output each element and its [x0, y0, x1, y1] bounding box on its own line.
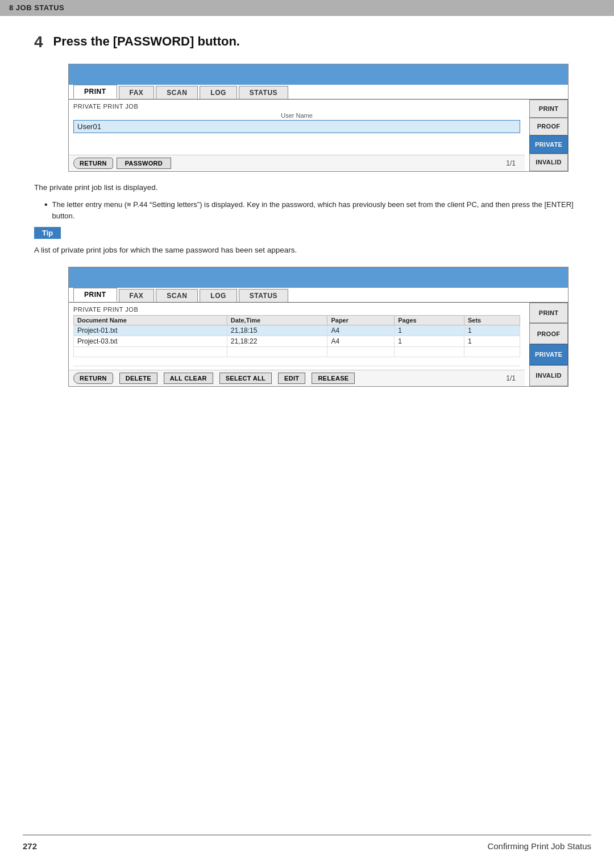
col-paper: Paper [327, 315, 395, 325]
private-print-label-2: PRIVATE PRINT JOB [73, 306, 520, 313]
footer-title: Confirming Print Job Status [487, 841, 591, 851]
side-btn-proof-1[interactable]: PROOF [529, 118, 568, 136]
step-number: 4 [34, 34, 43, 50]
tab-fax-2[interactable]: FAX [119, 289, 155, 302]
bullet-item-1: • The letter entry menu (≡ P.44 “Setting… [44, 199, 580, 221]
document-table: Document Name Date,Time Paper Pages Sets… [73, 315, 520, 357]
tab-print-2[interactable]: PRINT [73, 288, 117, 302]
page-footer: 272 Confirming Print Job Status [23, 834, 591, 851]
edit-button[interactable]: EDIT [278, 373, 305, 384]
panel1-main: PRIVATE PRINT JOB User Name User01 RETUR… [69, 100, 525, 171]
page-count-1: 1/1 [506, 159, 516, 167]
return-button-1[interactable]: RETURN [73, 158, 113, 169]
step-title: Press the [PASSWORD] button. [53, 34, 240, 49]
user-name-label: User Name [73, 112, 520, 119]
all-clear-button[interactable]: ALL CLEAR [164, 373, 213, 384]
side-btn-proof-2[interactable]: PROOF [529, 323, 568, 344]
side-btn-print-2[interactable]: PRINT [529, 303, 568, 324]
col-pages: Pages [395, 315, 464, 325]
tab-log-2[interactable]: LOG [200, 289, 237, 302]
panel1: PRINT FAX SCAN LOG STATUS PRIVATE PRINT … [68, 64, 569, 172]
panel1-content: PRIVATE PRINT JOB User Name User01 RETUR… [69, 100, 568, 171]
header-bar: 8 JOB STATUS [0, 0, 614, 15]
tab-log-1[interactable]: LOG [200, 86, 237, 99]
panel2-body: PRIVATE PRINT JOB Document Name Date,Tim… [69, 303, 525, 370]
tab-fax-1[interactable]: FAX [119, 86, 155, 99]
table-row[interactable]: Project-03.txt21,18:22A411 [74, 336, 520, 346]
panel2-tab-bar: PRINT FAX SCAN LOG STATUS [69, 288, 568, 303]
tab-print-1[interactable]: PRINT [73, 85, 117, 99]
side-btn-invalid-1[interactable]: INVALID [529, 154, 568, 172]
panel1-tab-bar: PRINT FAX SCAN LOG STATUS [69, 85, 568, 100]
release-button[interactable]: RELEASE [312, 373, 355, 384]
panel1-header [69, 64, 568, 85]
tab-status-2[interactable]: STATUS [239, 289, 288, 302]
col-sets: Sets [464, 315, 520, 325]
bullet-text-1: The letter entry menu (≡ P.44 “Setting l… [52, 199, 580, 221]
tab-status-1[interactable]: STATUS [239, 86, 288, 99]
user-input-1[interactable]: User01 [73, 120, 520, 133]
panel1-bottom: RETURN PASSWORD 1/1 [69, 155, 525, 171]
panel2-content: PRIVATE PRINT JOB Document Name Date,Tim… [69, 303, 568, 386]
panel2: PRINT FAX SCAN LOG STATUS PRIVATE PRINT … [68, 267, 569, 387]
tab-scan-1[interactable]: SCAN [156, 86, 198, 99]
private-print-label-1: PRIVATE PRINT JOB [73, 103, 520, 110]
side-btn-private-2[interactable]: PRIVATE [529, 344, 568, 365]
side-btn-invalid-2[interactable]: INVALID [529, 365, 568, 386]
panel1-side-buttons: PRINT PROOF PRIVATE INVALID [529, 100, 568, 171]
side-btn-private-1[interactable]: PRIVATE [529, 135, 568, 154]
tip-text: A list of private print jobs for which t… [34, 245, 580, 256]
password-button[interactable]: PASSWORD [117, 158, 171, 169]
panel2-side-buttons: PRINT PROOF PRIVATE INVALID [529, 303, 568, 386]
panel2-main: PRIVATE PRINT JOB Document Name Date,Tim… [69, 303, 525, 386]
panel1-body: PRIVATE PRINT JOB User Name User01 [69, 100, 525, 155]
return-button-2[interactable]: RETURN [73, 373, 113, 384]
page-count-2: 1/1 [506, 374, 516, 382]
desc-text-1: The private print job list is displayed. [34, 182, 580, 193]
col-datetime: Date,Time [227, 315, 327, 325]
delete-button[interactable]: DELETE [119, 373, 157, 384]
tab-scan-2[interactable]: SCAN [156, 289, 198, 302]
step-heading: 4 Press the [PASSWORD] button. [34, 34, 580, 50]
panel2-bottom: RETURN DELETE ALL CLEAR SELECT ALL EDIT … [69, 370, 525, 386]
bullet-dot: • [44, 199, 48, 210]
tip-box: Tip [34, 227, 61, 239]
side-btn-print-1[interactable]: PRINT [529, 100, 568, 118]
panel2-header [69, 267, 568, 288]
col-doc-name: Document Name [74, 315, 227, 325]
select-all-button[interactable]: SELECT ALL [219, 373, 272, 384]
footer-page-number: 272 [23, 841, 37, 851]
table-row[interactable]: Project-01.txt21,18:15A411 [74, 325, 520, 336]
